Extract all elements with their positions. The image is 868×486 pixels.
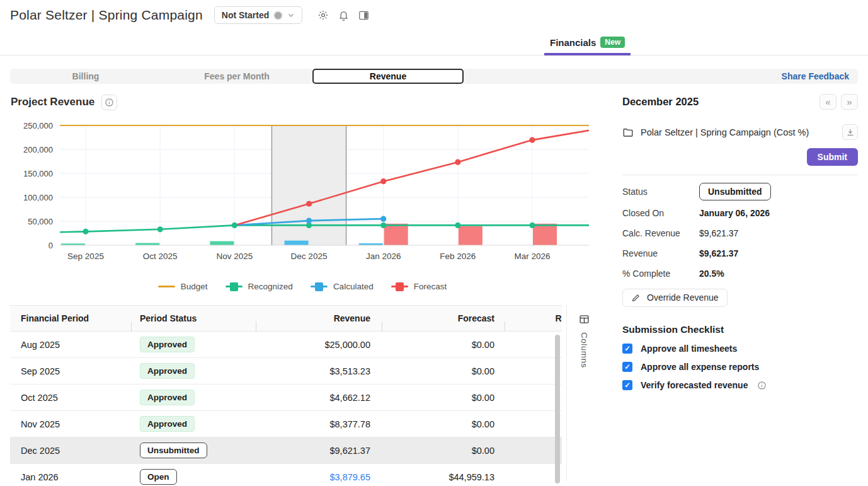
- checklist-item: ✓Verify forecasted revenue: [622, 380, 858, 390]
- info-icon[interactable]: [757, 381, 767, 390]
- legend-swatch-icon: [226, 282, 243, 291]
- field-row-calc-revenue: Calc. Revenue$9,621.37: [622, 223, 858, 243]
- table-row-nov-2025[interactable]: Nov 2025Approved$8,377.78$0.00: [10, 411, 562, 437]
- share-feedback-link[interactable]: Share Feedback: [782, 71, 858, 81]
- divider: [566, 305, 567, 482]
- legend-item-calculated[interactable]: Calculated: [311, 282, 374, 291]
- table-scrollbar[interactable]: [555, 335, 560, 483]
- tab-financials[interactable]: Financials New: [544, 37, 631, 55]
- field-value: $9,621.37: [699, 228, 738, 238]
- field-row-closed-on: Closed OnJanuary 06, 2026: [622, 203, 858, 223]
- field-row--complete: % Complete20.5%: [622, 263, 858, 284]
- field-row-revenue: Revenue$9,621.37: [622, 243, 858, 263]
- svg-text:250,000: 250,000: [23, 121, 53, 130]
- next-period-button[interactable]: »: [841, 94, 858, 110]
- field-value: January 06, 2026: [699, 208, 770, 218]
- legend-item-budget[interactable]: Budget: [158, 282, 208, 291]
- checklist-item: ✓Approve all expense reports: [622, 362, 858, 372]
- main-content: Project Revenue 050,000100,000150,000200…: [0, 84, 868, 486]
- override-revenue-button[interactable]: Override Revenue: [622, 289, 728, 307]
- checkbox[interactable]: ✓: [622, 362, 632, 372]
- period-status-badge[interactable]: Approved: [140, 363, 195, 379]
- header-icons: [317, 9, 369, 21]
- svg-text:Mar 2026: Mar 2026: [514, 252, 550, 261]
- chart-legend: BudgetRecognizedCalculatedForecast: [0, 282, 605, 291]
- checkbox[interactable]: ✓: [622, 380, 632, 390]
- legend-item-recognized[interactable]: Recognized: [226, 282, 293, 291]
- project-status-dropdown[interactable]: Not Started: [214, 6, 302, 24]
- svg-text:Feb 2026: Feb 2026: [440, 252, 476, 261]
- financial-period-cell: Nov 2025: [10, 419, 131, 429]
- revenue-cell: $9,621.37: [256, 446, 382, 456]
- tab-fees-per-month[interactable]: Fees per Month: [161, 69, 312, 84]
- period-status-badge[interactable]: Approved: [140, 390, 195, 405]
- svg-text:50,000: 50,000: [28, 217, 53, 226]
- period-status-badge[interactable]: Unsubmitted: [140, 443, 207, 458]
- column-header-revenue[interactable]: Revenue: [256, 313, 382, 323]
- checklist-label: Approve all expense reports: [641, 362, 759, 372]
- submission-checklist-title: Submission Checklist: [622, 324, 858, 335]
- project-status-label: Not Started: [222, 10, 269, 20]
- notifications-bell-icon[interactable]: [338, 10, 349, 21]
- columns-panel-button[interactable]: Columns: [572, 314, 596, 368]
- previous-period-button[interactable]: «: [819, 94, 837, 110]
- revenue-cell[interactable]: $3,879.65: [256, 472, 382, 482]
- project-revenue-chart: 050,000100,000150,000200,000250,000Sep 2…: [10, 113, 605, 274]
- pencil-icon: [631, 293, 641, 303]
- table-body: Aug 2025Approved$25,000.00$0.00Sep 2025A…: [10, 332, 562, 486]
- checkbox[interactable]: ✓: [622, 344, 632, 354]
- field-label: % Complete: [622, 269, 699, 279]
- column-header-recognized[interactable]: Recognized: [505, 313, 562, 323]
- column-header-period-status[interactable]: Period Status: [131, 313, 256, 323]
- table-row-jan-2026[interactable]: Jan 2026Open$3,879.65$44,959.13: [10, 464, 562, 486]
- tab-billing[interactable]: Billing: [10, 69, 161, 84]
- column-header-forecast[interactable]: Forecast: [382, 313, 505, 323]
- column-header-financial-period[interactable]: Financial Period: [10, 313, 131, 323]
- tab-financials-label: Financials: [550, 37, 596, 48]
- table-row-aug-2025[interactable]: Aug 2025Approved$25,000.00$0.00: [10, 332, 562, 358]
- period-status-badge[interactable]: Approved: [140, 337, 195, 352]
- legend-label: Forecast: [414, 282, 447, 291]
- settings-gear-icon[interactable]: [317, 9, 329, 21]
- side-panel-toggle-icon[interactable]: [358, 10, 369, 21]
- table-row-sep-2025[interactable]: Sep 2025Approved$3,513.23$0.00: [10, 358, 562, 385]
- legend-label: Calculated: [333, 282, 374, 291]
- svg-text:Nov 2025: Nov 2025: [216, 252, 253, 261]
- table-row-oct-2025[interactable]: Oct 2025Approved$4,662.12$0.00: [10, 385, 562, 411]
- submit-button[interactable]: Submit: [807, 148, 858, 166]
- period-status-badge[interactable]: Approved: [140, 416, 195, 432]
- legend-swatch-icon: [311, 282, 328, 291]
- financial-period-cell: Dec 2025: [10, 446, 131, 456]
- financial-period-cell: Aug 2025: [10, 340, 131, 350]
- submission-checklist: ✓Approve all timesheets✓Approve all expe…: [622, 344, 858, 390]
- financial-period-cell: Jan 2026: [10, 472, 131, 482]
- period-status-badge[interactable]: Open: [140, 469, 177, 485]
- revenue-cell: $25,000.00: [256, 340, 382, 350]
- chevron-down-icon: [287, 11, 295, 19]
- forecast-cell: $0.00: [382, 446, 505, 456]
- svg-text:Sep 2025: Sep 2025: [67, 252, 104, 261]
- tab-revenue[interactable]: Revenue: [312, 69, 464, 84]
- forecast-cell: $44,959.13: [382, 472, 505, 482]
- field-label: Status: [622, 187, 699, 197]
- legend-label: Recognized: [248, 282, 293, 291]
- revenue-cell: $8,377.78: [256, 419, 382, 429]
- forecast-cell: $0.00: [382, 340, 505, 350]
- status-badge[interactable]: Unsubmitted: [699, 183, 771, 200]
- table-row-dec-2025[interactable]: Dec 2025Unsubmitted$9,621.37$0.00: [10, 437, 562, 464]
- legend-label: Budget: [181, 282, 208, 291]
- download-icon[interactable]: [842, 124, 858, 140]
- svg-text:Jan 2026: Jan 2026: [366, 252, 401, 261]
- forecast-cell: $0.00: [382, 366, 505, 376]
- financials-subtabs: Billing Fees per Month Revenue Share Fee…: [10, 69, 858, 84]
- field-label: Closed On: [622, 208, 699, 218]
- status-dot-icon: [275, 12, 282, 19]
- period-detail-panel: December 2025 « » Polar Seltzer | Spring…: [605, 84, 868, 486]
- revenue-chart-column: Project Revenue 050,000100,000150,000200…: [0, 84, 605, 486]
- legend-item-forecast[interactable]: Forecast: [391, 282, 447, 291]
- folder-icon: [622, 127, 634, 138]
- forecast-cell: $0.00: [382, 419, 505, 429]
- svg-text:150,000: 150,000: [23, 169, 53, 178]
- field-label: Revenue: [622, 248, 699, 258]
- chart-info-icon[interactable]: [101, 95, 117, 110]
